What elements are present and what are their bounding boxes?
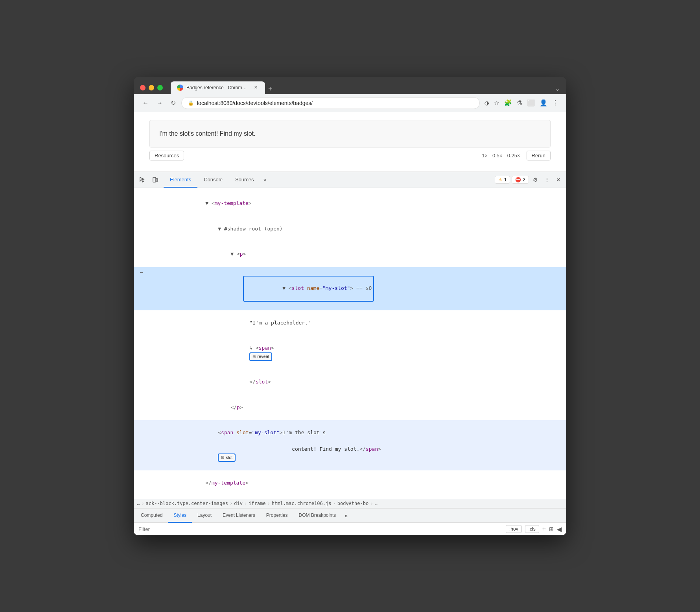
dom-line[interactable]: ▼ <p> [134,241,566,267]
dom-panel: ▼ <my-template> ▼ #shadow-root (open) ▼ … [134,188,566,499]
devtools-toolbar: Elements Console Sources » ⚠ 1 ⛔ 2 [134,172,566,188]
bookmark-button[interactable]: ☆ [492,98,501,108]
reveal-badge[interactable]: ⊞ reveal [249,352,272,361]
tab-elements[interactable]: Elements [164,172,197,188]
bottom-tabs-bar: Computed Styles Layout Event Listeners P… [134,508,566,522]
sidebar-toggle-button[interactable]: ◀ [557,525,562,533]
browser-window: Badges reference - Chrome De ✕ + ⌄ ← → ↻… [134,77,566,536]
device-toolbar-button[interactable] [149,174,160,185]
close-button[interactable] [140,85,146,90]
multiplier-1x[interactable]: 1× [482,153,488,159]
add-style-button[interactable]: + [542,525,546,533]
bottom-tab-properties[interactable]: Properties [261,509,293,523]
dom-line: "I'm a placeholder." [134,310,566,335]
back-button[interactable]: ← [140,98,151,108]
error-badge[interactable]: ⛔ 2 [512,176,529,184]
labs-button[interactable]: ⚗ [515,98,524,108]
url-text: localhost:8080/docs/devtools/elements/ba… [197,100,473,106]
maximize-button[interactable] [157,85,163,90]
tab-console[interactable]: Console [197,172,229,188]
tabs-area: Badges reference - Chrome De ✕ + ⌄ [171,81,560,94]
browser-tab[interactable]: Badges reference - Chrome De ✕ [171,81,265,94]
lock-icon: 🔒 [188,100,194,106]
breadcrumb-block-type[interactable]: ack--block.type.center-images [146,501,228,506]
error-count: 2 [523,177,525,182]
selected-slot-element[interactable]: ▼ <slot name="my-slot"> == $0 [243,276,374,302]
tab-close-button[interactable]: ✕ [252,85,259,91]
bottom-more-tabs-button[interactable]: » [341,510,351,521]
svg-rect-1 [156,179,158,181]
breadcrumb-ellipsis-left[interactable]: … [137,501,140,506]
dom-line[interactable]: </my-template> [134,470,566,496]
filter-input[interactable] [138,526,503,532]
bottom-tab-computed[interactable]: Computed [135,509,168,523]
multiplier-half[interactable]: 0.5× [492,153,503,159]
profile-button[interactable]: 👤 [538,98,549,108]
resources-button[interactable]: Resources [149,151,184,160]
title-bar: Badges reference - Chrome De ✕ + ⌄ [134,77,566,94]
hov-button[interactable]: :hov [506,525,522,533]
rerun-button[interactable]: Rerun [527,151,551,160]
dom-line[interactable]: </slot> [134,369,566,394]
cast-button[interactable]: ⬗ [483,98,491,108]
devtools-tabs: Elements Console Sources » [164,172,269,188]
more-tabs-button[interactable]: » [260,174,270,185]
devtools: Elements Console Sources » ⚠ 1 ⛔ 2 [134,172,566,536]
page-content: I'm the slot's content! Find my slot. Re… [134,112,566,172]
filter-actions: :hov .cls + ⊞ ◀ [506,525,562,533]
dom-line[interactable]: ▼ <my-template> [134,191,566,216]
breadcrumb-ellipsis-right[interactable]: … [374,501,377,506]
breadcrumb-bar: … › ack--block.type.center-images › div … [134,499,566,508]
forward-button[interactable]: → [154,98,165,108]
dom-line-span-slot[interactable]: <span slot="my-slot">I'm the slot's cont… [134,420,566,470]
slot-badge[interactable]: ⊞ slot [218,453,236,462]
minimize-button[interactable] [149,85,154,90]
dom-line[interactable]: ▼ #shadow-root (open) [134,216,566,241]
refresh-button[interactable]: ↻ [168,98,178,108]
demo-text: I'm the slot's content! Find my slot. [149,120,551,147]
dom-line[interactable]: </p> [134,395,566,420]
menu-button[interactable]: ⋮ [551,98,560,108]
tab-sources[interactable]: Sources [229,172,260,188]
filter-bar: :hov .cls + ⊞ ◀ [134,522,566,535]
more-options-button[interactable]: ⋮ [542,174,552,185]
bottom-tab-layout[interactable]: Layout [192,509,217,523]
bottom-tab-event-listeners[interactable]: Event Listeners [217,509,261,523]
bottom-tab-dom-breakpoints[interactable]: DOM Breakpoints [293,509,342,523]
cls-button[interactable]: .cls [525,525,539,533]
warning-icon: ⚠ [498,177,503,182]
nav-bar: ← → ↻ 🔒 localhost:8080/docs/devtools/ele… [134,94,566,112]
fullscreen-button[interactable]: ⬜ [525,98,536,108]
breadcrumb-body[interactable]: body#the-bo [337,501,368,506]
nav-actions: ⬗ ☆ 🧩 ⚗ ⬜ 👤 ⋮ [483,98,560,108]
dom-line[interactable]: ↳ <span> ⊞ reveal [134,335,566,369]
warning-badge[interactable]: ⚠ 1 [495,176,510,184]
multipliers: 1× 0.5× 0.25× [482,153,520,159]
dom-line-selected[interactable]: … ▼ <slot name="my-slot"> == $0 [134,267,566,310]
tab-menu-button[interactable]: ⌄ [555,85,560,92]
error-icon: ⛔ [515,177,521,182]
element-picker-button[interactable] [137,174,148,185]
svg-rect-0 [153,177,156,182]
demo-controls: Resources 1× 0.5× 0.25× Rerun [149,147,551,164]
devtools-right-actions: ⚠ 1 ⛔ 2 ⚙ ⋮ ✕ [495,174,563,185]
new-tab-button[interactable]: + [265,85,276,93]
breadcrumb-html[interactable]: html.mac.chrome106.js [272,501,332,506]
bottom-tab-styles[interactable]: Styles [168,509,192,523]
breadcrumb-iframe[interactable]: iframe [249,501,265,506]
settings-button[interactable]: ⚙ [531,174,540,185]
extensions-button[interactable]: 🧩 [503,98,514,108]
chrome-favicon-icon [177,85,183,91]
warning-count: 1 [504,177,507,182]
multiplier-quarter[interactable]: 0.25× [507,153,520,159]
tab-title: Badges reference - Chrome De [186,85,249,90]
breadcrumb-div[interactable]: div [234,501,243,506]
address-bar[interactable]: 🔒 localhost:8080/docs/devtools/elements/… [181,97,480,109]
close-devtools-button[interactable]: ✕ [554,174,563,185]
layout-grid-button[interactable]: ⊞ [549,526,554,532]
traffic-lights [140,85,163,90]
